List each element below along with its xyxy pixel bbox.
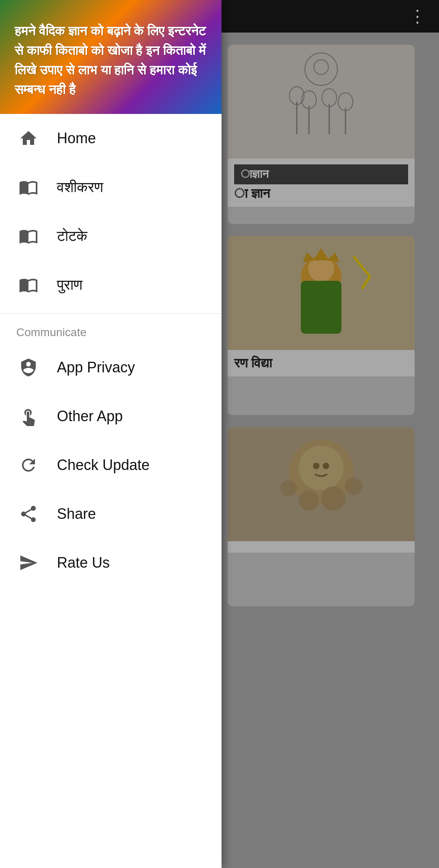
menu-item-vashikaran[interactable]: वशीकरण <box>0 163 222 212</box>
drawer-header: हमने वैदिक ज्ञान को बढ़ाने के लिए इन्टरन… <box>0 0 222 114</box>
menu-label-totke: टोटके <box>57 227 87 245</box>
menu-label-home: Home <box>57 130 96 147</box>
refresh-icon <box>16 453 41 477</box>
home-icon <box>16 126 41 151</box>
menu-divider <box>0 313 222 314</box>
share-icon <box>16 502 41 526</box>
menu-item-home[interactable]: Home <box>0 114 222 163</box>
menu-label-vashikaran: वशीकरण <box>57 179 103 196</box>
touch-icon <box>16 404 41 429</box>
menu-label-other-app: Other App <box>57 408 123 425</box>
communicate-section-label: Communicate <box>0 318 222 343</box>
menu-item-check-update[interactable]: Check Update <box>0 441 222 490</box>
menu-label-app-privacy: App Privacy <box>57 359 135 376</box>
menu-label-check-update: Check Update <box>57 457 150 474</box>
menu-item-puran[interactable]: पुराण <box>0 260 222 309</box>
menu-item-share[interactable]: Share <box>0 490 222 538</box>
navigation-drawer: हमने वैदिक ज्ञान को बढ़ाने के लिए इन्टरन… <box>0 0 222 868</box>
book-icon-1 <box>16 175 41 199</box>
shield-icon <box>16 355 41 380</box>
book-icon-3 <box>16 273 41 297</box>
menu-label-share: Share <box>57 505 96 523</box>
drawer-header-text: हमने वैदिक ज्ञान को बढ़ाने के लिए इन्टरन… <box>15 21 207 99</box>
send-icon <box>16 551 41 575</box>
book-icon-2 <box>16 224 41 248</box>
menu-label-rate-us: Rate Us <box>57 554 110 571</box>
menu-item-other-app[interactable]: Other App <box>0 392 222 441</box>
menu-label-puran: पुराण <box>57 276 83 293</box>
drawer-menu: Home वशीकरण टोटके <box>0 114 222 868</box>
menu-item-app-privacy[interactable]: App Privacy <box>0 343 222 392</box>
menu-item-rate-us[interactable]: Rate Us <box>0 538 222 587</box>
menu-item-totke[interactable]: टोटके <box>0 212 222 260</box>
